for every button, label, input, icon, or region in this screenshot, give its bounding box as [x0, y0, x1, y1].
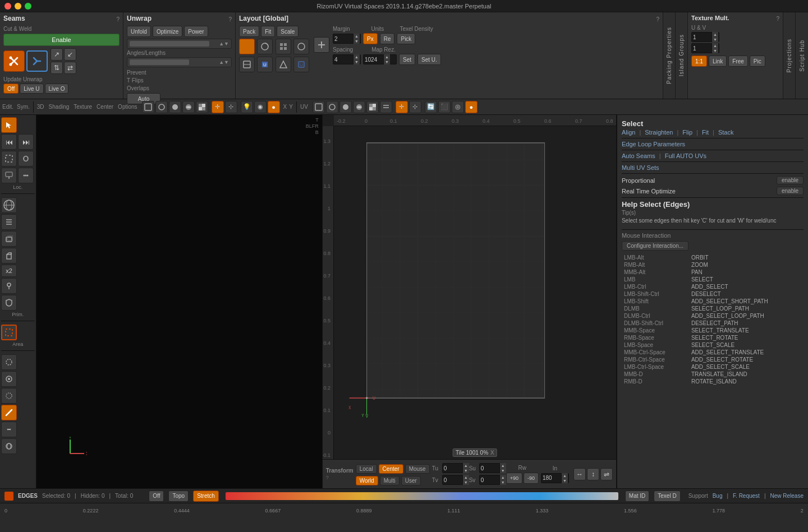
world-tab[interactable]: World: [356, 476, 378, 485]
layout-icon8[interactable]: U: [293, 57, 309, 72]
user-tab[interactable]: User: [401, 476, 421, 485]
layout-icon5[interactable]: [276, 39, 291, 54]
sv-up[interactable]: ▲: [499, 475, 506, 480]
margin-up[interactable]: ▲: [353, 34, 360, 39]
uv-icon-sphere1[interactable]: [326, 101, 338, 113]
transform-help[interactable]: ?: [326, 475, 329, 480]
uv-canvas[interactable]: -0.2 0 0.1 0.2 0.3 0.4 0.5 0.6 0.7 0.8 0…: [323, 115, 616, 459]
transform-icon3[interactable]: ⇌: [600, 468, 613, 480]
off-button[interactable]: Off: [3, 84, 19, 94]
fit-button[interactable]: Fit: [261, 26, 275, 37]
uv-grid[interactable]: U V X Y Tile 1001 0% X: [334, 126, 616, 459]
cross-icon[interactable]: [314, 37, 329, 53]
minimize-button[interactable]: [15, 3, 21, 10]
power-button[interactable]: Power: [184, 26, 208, 37]
sv-down[interactable]: ▼: [499, 480, 506, 485]
shield-icon[interactable]: [1, 295, 17, 311]
set-u-button[interactable]: Set U.: [417, 54, 441, 65]
full-auto-link[interactable]: Full AUTO UVs: [665, 152, 706, 159]
tv-up[interactable]: ▲: [462, 475, 469, 480]
multi-tab[interactable]: Multi: [380, 476, 400, 485]
mat-id-btn[interactable]: Mat ID: [625, 491, 649, 502]
stack-link[interactable]: Stack: [718, 129, 734, 136]
map-rez-up[interactable]: ▲: [383, 54, 390, 59]
texture-value1[interactable]: 1: [692, 34, 711, 40]
uv-opt-icon3[interactable]: ◎: [452, 101, 464, 113]
flip-link[interactable]: Flip: [682, 129, 692, 136]
seams-icon3[interactable]: ⇅: [50, 62, 63, 74]
seams-icon1[interactable]: ↗: [50, 48, 63, 61]
layout-icon7[interactable]: [276, 57, 291, 72]
edge-loop-link[interactable]: Edge Loop Parameters: [622, 141, 804, 147]
in-up[interactable]: ▲: [561, 473, 568, 478]
uv-icon-box[interactable]: [313, 101, 325, 113]
optimize-button[interactable]: Optimize: [153, 26, 182, 37]
cube-icon[interactable]: [1, 248, 17, 263]
seams-help[interactable]: ?: [116, 16, 120, 22]
uv-opt-icon2[interactable]: ⬛: [438, 101, 451, 113]
mouse-tab[interactable]: Mouse: [405, 464, 430, 474]
multi-uv-link[interactable]: Multi UV Sets: [622, 164, 659, 171]
off-btn[interactable]: Off: [149, 491, 164, 502]
pick-button[interactable]: Pick: [397, 33, 415, 44]
tu-up[interactable]: ▲: [462, 463, 469, 468]
enable-button[interactable]: Enable: [3, 34, 120, 46]
tu-input[interactable]: 0: [443, 465, 462, 471]
align-link[interactable]: Align: [622, 129, 635, 136]
tex-v1-up[interactable]: ▲: [711, 32, 718, 37]
area-icon[interactable]: [1, 325, 17, 340]
re-button[interactable]: Re: [380, 33, 395, 44]
local-tab[interactable]: Local: [356, 464, 377, 474]
layout-help[interactable]: ?: [656, 16, 659, 22]
close-button[interactable]: [4, 3, 11, 10]
tex-v2-up[interactable]: ▲: [711, 43, 718, 48]
transform-icon1[interactable]: ↔: [573, 468, 586, 480]
tool-next[interactable]: ⏭: [18, 134, 34, 150]
tv-input[interactable]: 0: [443, 477, 462, 483]
rw-pos[interactable]: +90: [506, 473, 522, 484]
texture-value2[interactable]: 1: [692, 45, 711, 52]
configure-btn[interactable]: Configure Interaction...: [622, 241, 688, 251]
layout-icon1[interactable]: [239, 39, 255, 54]
margin-down[interactable]: ▼: [353, 39, 360, 44]
texel-d-btn[interactable]: Texel D: [654, 491, 680, 502]
fit-link[interactable]: Fit: [702, 129, 709, 136]
center-icon1[interactable]: ✛: [212, 101, 224, 113]
tool-box-select[interactable]: [1, 151, 17, 166]
tool-prev[interactable]: ⏮: [1, 134, 17, 150]
map-rez-down[interactable]: ▼: [383, 59, 390, 64]
uv-icon-checker[interactable]: [366, 101, 379, 113]
set-button[interactable]: Set: [399, 54, 415, 65]
real-time-btn[interactable]: enable: [777, 187, 804, 195]
in-down[interactable]: ▼: [561, 478, 568, 483]
ratio-button[interactable]: 1:1: [691, 55, 707, 67]
unfold-button[interactable]: Unfold: [127, 26, 151, 37]
pack-button[interactable]: Pack: [239, 26, 259, 37]
stretch-btn[interactable]: Stretch: [193, 491, 219, 502]
link-button[interactable]: Link: [709, 55, 727, 67]
in-input[interactable]: 180: [541, 475, 561, 481]
tex-free-button[interactable]: Free: [728, 55, 748, 67]
texture-mult-help[interactable]: ?: [776, 16, 779, 22]
tex-v1-down[interactable]: ▼: [711, 37, 718, 42]
uv-icon-sphere2[interactable]: [339, 101, 352, 113]
tool-paint[interactable]: [1, 168, 17, 183]
su-down[interactable]: ▼: [499, 468, 506, 473]
pin-icon[interactable]: [1, 278, 17, 294]
tex-v2-down[interactable]: ▼: [711, 48, 718, 53]
weld-icon[interactable]: [26, 50, 48, 72]
uv-opt-icon4[interactable]: ●: [465, 101, 478, 113]
layout-icon4[interactable]: U: [257, 57, 273, 72]
auto-seams-link[interactable]: Auto Seams: [622, 152, 655, 159]
unwrap-help[interactable]: ?: [228, 16, 232, 22]
vp-icon-checker[interactable]: [196, 101, 208, 113]
spacing-input[interactable]: 4: [333, 57, 353, 63]
ring-icon[interactable]: [1, 371, 17, 387]
tv-down[interactable]: ▼: [462, 480, 469, 485]
select-tool[interactable]: [1, 117, 17, 133]
options-icon2[interactable]: ◉: [254, 101, 267, 113]
center-tab[interactable]: Center: [379, 464, 403, 474]
vp-icon-sphere1[interactable]: [155, 101, 168, 113]
live-o-button[interactable]: Live O: [45, 84, 69, 94]
seams-icon2[interactable]: ↙: [64, 48, 76, 61]
